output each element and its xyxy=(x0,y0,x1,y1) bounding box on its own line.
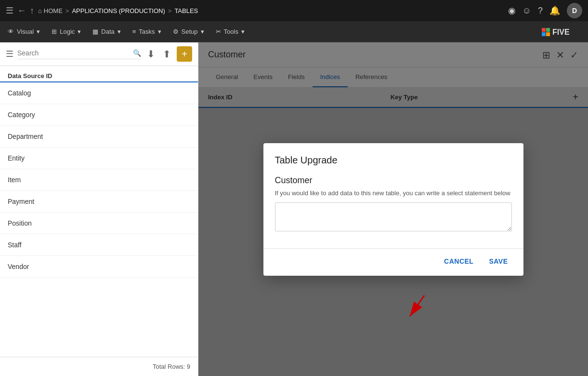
app-name-label[interactable]: APPLICATIONS (PRODUCTION) xyxy=(72,7,165,14)
tools-icon: ✂ xyxy=(216,28,221,35)
save-button[interactable]: SAVE xyxy=(485,255,511,268)
upload-icon[interactable]: ⬆ xyxy=(161,46,173,62)
svg-rect-0 xyxy=(542,28,546,32)
svg-rect-3 xyxy=(546,32,550,36)
setup-icon: ⚙ xyxy=(173,28,179,35)
list-item[interactable]: Category xyxy=(0,104,198,126)
avatar[interactable]: D xyxy=(567,3,582,18)
nav-logic[interactable]: ⊞ Logic ▾ xyxy=(52,28,81,35)
setup-label: Setup xyxy=(182,28,198,35)
home-icon: ⌂ xyxy=(38,7,42,14)
tasks-label: Tasks xyxy=(139,28,155,35)
dialog-title: Table Upgrade xyxy=(275,155,512,166)
five-logo: FIVE xyxy=(542,26,580,38)
visual-icon: 👁 xyxy=(8,28,14,35)
top-bar-right: ◉ ☺ ? 🔔 D xyxy=(508,3,582,18)
list-item[interactable]: Payment xyxy=(0,191,198,213)
separator-1: > xyxy=(65,7,69,14)
list-item[interactable]: Position xyxy=(0,213,198,234)
sidebar-header: Data Source ID xyxy=(0,66,198,82)
cancel-button[interactable]: CANCEL xyxy=(440,255,477,268)
svg-rect-1 xyxy=(546,28,550,32)
help-icon[interactable]: ? xyxy=(538,6,543,16)
dialog-description: If you would like to add data to this ne… xyxy=(275,189,512,197)
tasks-icon: ≡ xyxy=(132,28,136,35)
bell-icon[interactable]: 🔔 xyxy=(549,5,560,16)
svg-text:FIVE: FIVE xyxy=(552,28,570,36)
list-item[interactable]: Entity xyxy=(0,148,198,169)
nav-setup[interactable]: ⚙ Setup ▾ xyxy=(173,28,204,35)
logic-icon: ⊞ xyxy=(52,28,57,35)
data-label: Data xyxy=(101,28,114,35)
sidebar-list: Catalog Category Department Entity Item … xyxy=(0,82,198,357)
svg-rect-2 xyxy=(542,32,546,36)
back-icon[interactable]: ← xyxy=(17,6,26,16)
dialog-textarea[interactable] xyxy=(275,202,512,231)
sidebar-toolbar: ☰ 🔍 ⬇ ⬆ + xyxy=(0,42,198,66)
dialog-section-title: Customer xyxy=(275,175,512,186)
svg-line-6 xyxy=(410,295,424,316)
home-label: HOME xyxy=(44,7,63,14)
list-item[interactable]: Vendor xyxy=(0,256,198,278)
arrow-annotation xyxy=(400,293,429,322)
list-item[interactable]: Catalog xyxy=(0,82,198,104)
menu-icon[interactable]: ☰ xyxy=(6,5,13,16)
content-area: Customer ⊞ ✕ ✓ General Events Fields Ind… xyxy=(198,42,588,376)
home-nav[interactable]: ⌂ HOME xyxy=(38,7,63,14)
sidebar-footer: Total Rows: 9 xyxy=(0,357,198,376)
second-bar: 👁 Visual ▾ ⊞ Logic ▾ ▦ Data ▾ ≡ Tasks ▾ … xyxy=(0,21,588,42)
modal-overlay: Table Upgrade Customer If you would like… xyxy=(198,42,588,376)
list-item[interactable]: Department xyxy=(0,126,198,148)
nav-tools[interactable]: ✂ Tools ▾ xyxy=(216,28,245,35)
nav-data[interactable]: ▦ Data ▾ xyxy=(92,28,120,35)
dialog-content: Table Upgrade Customer If you would like… xyxy=(263,143,523,241)
download-icon[interactable]: ⬇ xyxy=(145,46,157,62)
bot-icon[interactable]: ☺ xyxy=(523,6,531,16)
dialog-actions: CANCEL SAVE xyxy=(263,249,523,276)
sidebar: ☰ 🔍 ⬇ ⬆ + Data Source ID Catalog Categor… xyxy=(0,42,198,376)
breadcrumb: ⌂ HOME > APPLICATIONS (PRODUCTION) > TAB… xyxy=(38,7,504,14)
data-icon: ▦ xyxy=(92,28,98,35)
sidebar-menu-icon[interactable]: ☰ xyxy=(6,49,13,59)
tools-label: Tools xyxy=(224,28,238,35)
search-field: 🔍 xyxy=(17,49,141,59)
visual-label: Visual xyxy=(17,28,34,35)
add-button[interactable]: + xyxy=(177,46,192,62)
search-input[interactable] xyxy=(17,49,133,57)
search-icon[interactable]: 🔍 xyxy=(133,49,141,57)
top-bar: ☰ ← ↑ ⌂ HOME > APPLICATIONS (PRODUCTION)… xyxy=(0,0,588,21)
up-icon[interactable]: ↑ xyxy=(30,6,34,16)
main-layout: ☰ 🔍 ⬇ ⬆ + Data Source ID Catalog Categor… xyxy=(0,42,588,376)
toolbar-icons: ⬇ ⬆ + xyxy=(145,46,192,62)
tables-label[interactable]: TABLES xyxy=(174,7,198,14)
separator-2: > xyxy=(168,7,172,14)
nav-tasks[interactable]: ≡ Tasks ▾ xyxy=(132,28,161,35)
dialog: Table Upgrade Customer If you would like… xyxy=(263,143,523,276)
total-rows-label: Total Rows: 9 xyxy=(153,363,190,370)
nav-visual[interactable]: 👁 Visual ▾ xyxy=(8,28,40,35)
logic-label: Logic xyxy=(60,28,75,35)
list-item[interactable]: Item xyxy=(0,169,198,191)
activity-icon[interactable]: ◉ xyxy=(508,5,516,16)
list-item[interactable]: Staff xyxy=(0,234,198,256)
sidebar-header-text: Data Source ID xyxy=(8,72,52,80)
